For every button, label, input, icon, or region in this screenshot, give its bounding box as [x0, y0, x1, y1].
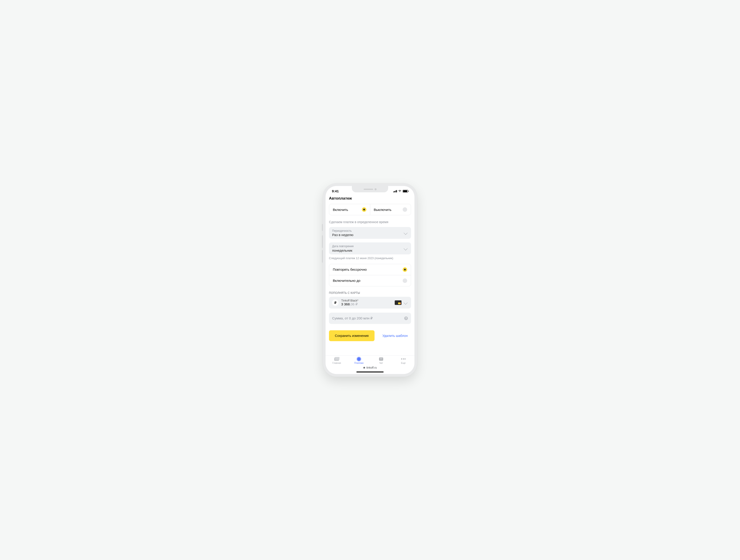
- radio-off-icon: [403, 278, 407, 283]
- battery-icon: [403, 190, 408, 193]
- status-indicators: [393, 190, 408, 193]
- page-title: Автоплатеж: [329, 194, 411, 204]
- repeat-day-select[interactable]: Дата повторения понедельник: [329, 242, 411, 254]
- currency-icon: ₽: [332, 300, 339, 306]
- tab-home-label: Главная: [333, 362, 341, 364]
- url-text: tinkoff.ru: [366, 366, 377, 369]
- radio-on-icon: [403, 267, 407, 272]
- radio-off-icon: [403, 207, 407, 212]
- tab-more[interactable]: Еще: [392, 357, 414, 364]
- home-indicator[interactable]: [356, 371, 384, 373]
- option-until-label: Включительно до: [333, 278, 361, 283]
- card-info: Tinkoff Black* 3 368,06 ₽: [341, 299, 392, 306]
- status-time: 9:41: [332, 189, 339, 193]
- screen: 9:41 Автоплатеж Включить Выключить Сдела…: [326, 186, 414, 374]
- repeat-value: понедельник: [332, 248, 354, 252]
- delete-template-link[interactable]: Удалить шаблон: [379, 334, 411, 338]
- stage: 9:41 Автоплатеж Включить Выключить Сдела…: [227, 172, 513, 388]
- card-section-label: ПОПОЛНЯТЬ С КАРТЫ: [329, 286, 411, 297]
- help-icon[interactable]: ?: [404, 317, 408, 320]
- tab-bar: Главная Платежи Чат Еще: [326, 355, 414, 365]
- option-until-date[interactable]: Включительно до: [329, 275, 411, 286]
- next-payment-info: Следующий платеж 12 июня 2023 (понедельн…: [329, 257, 411, 260]
- schedule-hint: Сделаем платеж в определенное время: [329, 215, 411, 227]
- repeat-label: Дата повторения: [332, 244, 354, 248]
- tab-home[interactable]: Главная: [326, 357, 348, 364]
- more-icon: [401, 358, 405, 359]
- notch: [352, 186, 388, 192]
- wifi-icon: [398, 190, 401, 192]
- save-button[interactable]: Сохранить изменения: [329, 330, 375, 341]
- tab-chat[interactable]: Чат: [370, 357, 392, 364]
- chat-icon: [379, 357, 383, 361]
- cards-icon: [335, 357, 339, 361]
- url-bar: tinkoff.ru: [326, 365, 414, 371]
- tab-payments[interactable]: Платежи: [348, 357, 370, 364]
- toggle-enable[interactable]: Включить: [329, 204, 370, 215]
- toggle-enable-label: Включить: [333, 208, 348, 212]
- duration-options: Повторять бессрочно Включительно до: [329, 264, 411, 286]
- chevron-down-icon: [404, 246, 407, 250]
- period-select[interactable]: Периодичность Раз в неделю: [329, 227, 411, 239]
- radio-on-icon: [362, 207, 366, 212]
- actions-row: Сохранить изменения Удалить шаблон: [329, 324, 411, 344]
- phone-frame: 9:41 Автоплатеж Включить Выключить Сдела…: [323, 183, 417, 377]
- autopay-toggle: Включить Выключить: [329, 204, 411, 215]
- signal-icon: [393, 190, 397, 192]
- period-value: Раз в неделю: [332, 233, 354, 237]
- chevron-down-icon: [404, 301, 407, 305]
- tab-chat-label: Чат: [379, 362, 383, 364]
- payments-icon: [357, 357, 361, 361]
- lock-icon: [363, 366, 365, 368]
- toggle-disable[interactable]: Выключить: [370, 204, 411, 215]
- period-label: Периодичность: [332, 229, 354, 233]
- card-balance: 3 368,06 ₽: [341, 302, 392, 306]
- amount-placeholder: Сумма, от 0 до 200 млн ₽: [332, 316, 373, 320]
- tab-payments-label: Платежи: [354, 362, 364, 364]
- amount-input[interactable]: Сумма, от 0 до 200 млн ₽ ?: [329, 313, 411, 324]
- tab-more-label: Еще: [401, 362, 405, 364]
- toggle-disable-label: Выключить: [374, 208, 391, 212]
- card-selector[interactable]: ₽ Tinkoff Black* 3 368,06 ₽: [329, 297, 411, 309]
- chevron-down-icon: [404, 231, 407, 235]
- content: Автоплатеж Включить Выключить Сделаем пл…: [326, 194, 414, 355]
- option-forever-label: Повторять бессрочно: [333, 267, 367, 271]
- option-repeat-forever[interactable]: Повторять бессрочно: [329, 264, 411, 275]
- card-name: Tinkoff Black*: [341, 299, 392, 302]
- card-thumb-icon: [395, 300, 401, 305]
